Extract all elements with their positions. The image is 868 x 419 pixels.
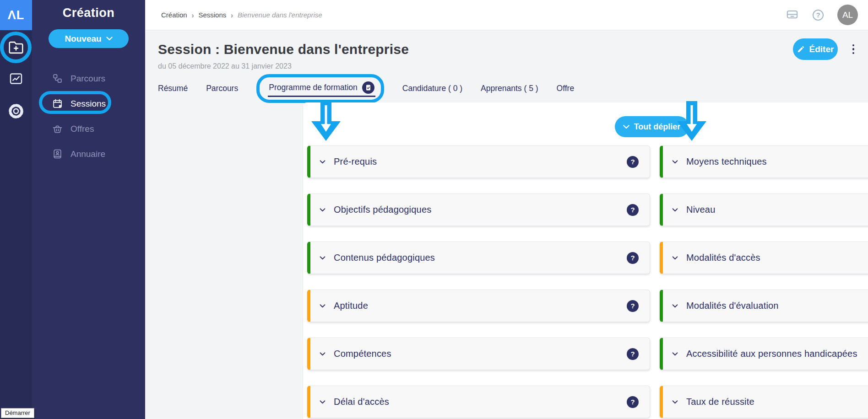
accordion-section-delai-dacces[interactable]: Délai d'accès ? — [307, 386, 650, 418]
chevron-down-icon — [106, 37, 113, 41]
section-label: Pré-requis — [334, 156, 377, 167]
section-label: Compétences — [334, 349, 391, 359]
breadcrumb-current: Bienvenue dans l'entreprise — [238, 11, 322, 19]
sections-grid: Pré-requis ? Moyens techniques ? Objecti… — [303, 145, 868, 418]
accordion-section-aptitude[interactable]: Aptitude ? — [307, 290, 650, 322]
main-area: Création › Sessions › Bienvenue dans l'e… — [145, 0, 868, 419]
tab-apprenants[interactable]: Apprenants ( 5 ) — [481, 84, 538, 93]
tab-parcours[interactable]: Parcours — [206, 84, 238, 93]
chevron-down-icon — [320, 208, 326, 212]
expand-all-button[interactable]: Tout déplier — [615, 116, 689, 137]
section-label: Contenus pédagogiques — [334, 252, 435, 263]
breadcrumb: Création › Sessions › Bienvenue dans l'e… — [161, 11, 322, 19]
tab-programme-de-formation[interactable]: Programme de formation — [256, 74, 384, 103]
chevron-down-icon — [320, 400, 326, 404]
accordion-section-niveau[interactable]: Niveau ? — [660, 193, 868, 226]
tab-resume[interactable]: Résumé — [158, 84, 188, 93]
sidebar-item-offres[interactable]: Offres — [32, 116, 145, 141]
topbar-actions: ? AL — [786, 5, 858, 25]
tab-label: Programme de formation — [269, 83, 358, 92]
tab-bar: Résumé Parcours Programme de formation C… — [158, 75, 857, 102]
section-label: Délai d'accès — [334, 397, 389, 407]
section-label: Modalités d'accès — [686, 252, 760, 263]
chevron-down-icon — [320, 352, 326, 356]
accordion-section-taux-de-reussite[interactable]: Taux de réussite ? — [660, 386, 868, 418]
chevron-down-icon — [672, 352, 678, 356]
session-dates: du 05 décembre 2022 au 31 janvier 2023 — [158, 62, 857, 70]
analytics-icon[interactable] — [0, 70, 32, 87]
calendar-icon — [51, 98, 63, 109]
new-button[interactable]: Nouveau — [49, 29, 129, 48]
sidebar-item-label: Sessions — [71, 99, 106, 109]
help-icon[interactable]: ? — [813, 10, 824, 21]
basket-icon — [51, 123, 63, 134]
sidebar-item-parcours[interactable]: Parcours — [32, 66, 145, 91]
accordion-section-modalites-dacces[interactable]: Modalités d'accès ? — [660, 242, 868, 274]
gear-icon[interactable] — [0, 102, 32, 120]
page-title: Session : Bienvenue dans l'entreprise — [158, 42, 409, 57]
chevron-down-icon — [672, 400, 678, 404]
chevron-down-icon — [623, 125, 629, 129]
accordion-section-contenus-pedagogiques[interactable]: Contenus pédagogiques ? — [307, 242, 650, 274]
chevron-right-icon: › — [231, 11, 233, 19]
chevron-down-icon — [672, 160, 678, 164]
sidebar-item-sessions[interactable]: Sessions — [32, 91, 145, 116]
section-help-icon[interactable]: ? — [627, 252, 639, 264]
sidebar-item-annuaire[interactable]: Annuaire — [32, 141, 145, 167]
accordion-section-competences[interactable]: Compétences ? — [307, 338, 650, 370]
section-label: Modalités d'évaluation — [686, 301, 779, 311]
section-help-icon[interactable]: ? — [627, 204, 639, 216]
tab-offre[interactable]: Offre — [557, 84, 575, 93]
chevron-right-icon: › — [192, 11, 194, 19]
accordion-section-modalites-devaluation[interactable]: Modalités d'évaluation ? — [660, 290, 868, 322]
kebab-menu-icon[interactable] — [850, 44, 857, 54]
address-book-icon — [51, 148, 63, 160]
section-help-icon[interactable]: ? — [627, 348, 639, 360]
breadcrumb-sessions[interactable]: Sessions — [198, 11, 226, 19]
chevron-down-icon — [672, 208, 678, 212]
app-logo[interactable]: ΛL — [0, 0, 32, 30]
accordion-section-accessibilite[interactable]: Accessibilité aux personnes handicapées … — [660, 338, 868, 370]
avatar[interactable]: AL — [837, 5, 858, 25]
chevron-down-icon — [320, 304, 326, 308]
chevron-down-icon — [672, 256, 678, 260]
workflow-icon — [51, 73, 63, 84]
edit-button-label: Éditer — [809, 44, 834, 54]
document-check-badge-icon — [362, 81, 374, 94]
chevron-down-icon — [672, 304, 678, 308]
icon-rail: ΛL — [0, 0, 32, 419]
section-label: Taux de réussite — [686, 397, 754, 407]
accordion-section-moyens-techniques[interactable]: Moyens techniques ? — [660, 145, 868, 178]
page-header: Session : Bienvenue dans l'entreprise Éd… — [145, 30, 868, 102]
section-help-icon[interactable]: ? — [627, 156, 639, 168]
pencil-icon — [797, 45, 805, 53]
sidebar-item-label: Annuaire — [71, 149, 105, 159]
tab-candidature[interactable]: Candidature ( 0 ) — [402, 84, 462, 93]
programme-panel: Tout déplier Pré-requis ? Moyens techniq… — [303, 102, 868, 419]
new-button-label: Nouveau — [65, 34, 101, 44]
section-label: Niveau — [686, 204, 715, 215]
printer-icon[interactable] — [786, 8, 799, 22]
sidebar-title: Création — [32, 6, 145, 20]
topbar: Création › Sessions › Bienvenue dans l'e… — [145, 0, 868, 30]
edit-button[interactable]: Éditer — [793, 38, 838, 60]
sidebar-item-label: Parcours — [71, 74, 105, 84]
chevron-down-icon — [320, 160, 326, 164]
breadcrumb-creation[interactable]: Création — [161, 11, 187, 19]
sidebar: Création Nouveau Parcours Sessions — [32, 0, 145, 419]
chevron-down-icon — [320, 256, 326, 260]
accordion-section-objectifs-pedagogiques[interactable]: Objectifs pédagogiques ? — [307, 193, 650, 226]
section-label: Moyens techniques — [686, 156, 767, 167]
accordion-section-pre-requis[interactable]: Pré-requis ? — [307, 145, 650, 178]
folder-plus-icon[interactable] — [0, 39, 32, 56]
section-label: Objectifs pédagogiques — [334, 204, 431, 215]
sidebar-item-label: Offres — [71, 124, 94, 134]
section-label: Aptitude — [334, 301, 368, 311]
expand-all-label: Tout déplier — [634, 122, 681, 132]
section-help-icon[interactable]: ? — [627, 396, 639, 408]
section-label: Accessibilité aux personnes handicapées — [686, 349, 857, 359]
sidebar-nav: Parcours Sessions Offres — [32, 66, 145, 167]
section-help-icon[interactable]: ? — [627, 300, 639, 312]
start-tooltip: Démarrer — [1, 408, 34, 418]
